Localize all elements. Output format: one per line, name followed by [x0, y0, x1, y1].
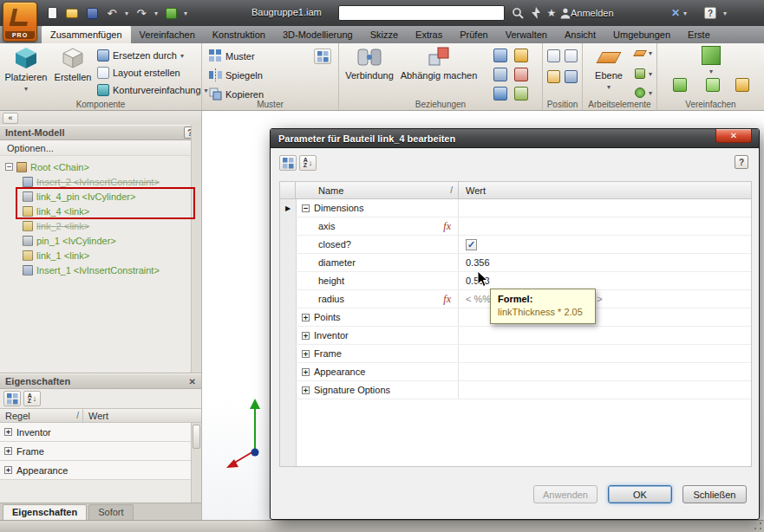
expand-group-icon[interactable]: +: [302, 386, 310, 394]
dialog-category-view-button[interactable]: [279, 155, 297, 171]
open-file-icon[interactable]: [65, 5, 79, 21]
param-row-axis[interactable]: axis fx: [280, 217, 751, 236]
search-input[interactable]: [338, 5, 505, 21]
tree-item-root[interactable]: − Root <Chain>: [5, 159, 89, 174]
tab-konstruktion[interactable]: Konstruktion: [204, 26, 274, 43]
anwenden-button[interactable]: Anwenden: [533, 485, 597, 503]
vereinfachen-tool-3-icon[interactable]: [735, 78, 749, 92]
beziehung-tool-2-icon[interactable]: [514, 49, 528, 62]
col-wert[interactable]: Wert: [83, 409, 201, 422]
ersetzen-dropdown-icon[interactable]: ▾: [180, 52, 184, 60]
group-label-vereinfachen[interactable]: Vereinfachen: [657, 100, 764, 109]
tab-ansicht[interactable]: Ansicht: [556, 26, 604, 43]
intent-panel-header[interactable]: Intent-Modell ?: [0, 125, 201, 140]
application-button[interactable]: PRO: [3, 2, 37, 42]
save-icon[interactable]: [85, 5, 99, 21]
param-row-closed[interactable]: closed? ✓: [280, 236, 751, 254]
param-group-frame[interactable]: +Frame: [280, 345, 751, 363]
tab-zusammenfuegen[interactable]: Zusammenfügen: [42, 26, 131, 43]
search-icon[interactable]: [510, 5, 526, 21]
ok-button[interactable]: OK: [608, 485, 672, 503]
collapse-node-icon[interactable]: −: [5, 163, 13, 171]
beziehung-tool-3-icon[interactable]: [493, 68, 507, 81]
redo-dropdown-icon[interactable]: ▾: [154, 10, 158, 17]
ebene-button[interactable]: Ebene ▾: [586, 46, 631, 93]
abhaengig-machen-button[interactable]: Abhängig machen: [398, 46, 480, 81]
prop-row-frame[interactable]: + Frame: [0, 442, 201, 461]
tab-extras[interactable]: Extras: [407, 26, 451, 43]
autodesk360-icon[interactable]: ✕: [668, 5, 683, 21]
scroll-thumb[interactable]: [193, 425, 200, 449]
param-row-dimensions[interactable]: ▶ − Dimensions: [280, 199, 751, 217]
arbeitsachse2-button[interactable]: ▾: [635, 68, 652, 79]
beziehung-tool-4-icon[interactable]: [514, 68, 528, 81]
tab-umgebungen[interactable]: Umgebungen: [604, 26, 679, 43]
properties-panel-header[interactable]: Eigenschaften ✕: [0, 373, 201, 389]
tab-vereinfachen[interactable]: Vereinfachen: [131, 26, 204, 43]
position-tool-4-icon[interactable]: [565, 70, 578, 83]
ebene-dropdown-icon[interactable]: ▾: [607, 82, 611, 93]
intent-options-link[interactable]: Optionen...: [0, 140, 201, 156]
expand-group-icon[interactable]: +: [302, 314, 310, 321]
dialog-title-bar[interactable]: Parameter für Bauteil link_4 bearbeiten: [271, 129, 759, 148]
beziehung-tool-5-icon[interactable]: [493, 87, 507, 101]
expand-group-icon[interactable]: +: [302, 368, 310, 376]
expand-icon[interactable]: +: [4, 447, 12, 455]
signin-link[interactable]: Anmelden: [571, 8, 614, 18]
platzieren-dropdown-icon[interactable]: ▾: [24, 84, 28, 94]
category-view-button[interactable]: [3, 391, 21, 406]
sort-az-button[interactable]: AZ↓: [23, 391, 41, 406]
exchange-apps-icon[interactable]: [529, 5, 543, 21]
tab-erste-schritte[interactable]: Erste: [679, 26, 719, 43]
verbindung-button[interactable]: Verbindung: [344, 46, 395, 81]
favorites-star-icon[interactable]: ★: [545, 5, 558, 21]
new-file-icon[interactable]: [45, 5, 59, 21]
vereinfachen-cube-button[interactable]: ▾: [692, 46, 730, 77]
prop-row-appearance[interactable]: + Appearance: [0, 461, 201, 480]
platzieren-button[interactable]: Platzieren ▾: [3, 46, 49, 94]
muster-button[interactable]: Muster: [209, 49, 255, 62]
close-panel-icon[interactable]: ✕: [189, 377, 196, 386]
tab-verwalten[interactable]: Verwalten: [497, 26, 556, 43]
dialog-close-button[interactable]: ✕: [715, 129, 752, 143]
position-tool-2-icon[interactable]: [565, 49, 578, 62]
undo-icon[interactable]: ↶: [105, 5, 119, 21]
expand-group-icon[interactable]: +: [302, 332, 310, 340]
group-label-beziehungen[interactable]: Beziehungen: [339, 100, 542, 109]
vereinfachen-tool-2-icon[interactable]: [706, 78, 720, 92]
properties-scrollbar[interactable]: [191, 423, 201, 503]
qat-customize-icon[interactable]: ▾: [184, 10, 187, 17]
param-group-signature-options[interactable]: +Signature Options: [280, 381, 751, 399]
intent-scrollbar[interactable]: [191, 125, 201, 373]
position-tool-1-icon[interactable]: [547, 49, 560, 62]
tree-item-insert1[interactable]: Insert_1 <IvInsertConstraint>: [23, 263, 160, 277]
resize-grip[interactable]: [754, 522, 762, 530]
tab-skizze[interactable]: Skizze: [362, 26, 407, 43]
param-row-height[interactable]: height 0.513: [280, 272, 751, 290]
konturvereinfachung-button[interactable]: Konturvereinfachung ▾: [97, 84, 208, 96]
help-dropdown-icon[interactable]: ▾: [723, 10, 727, 17]
vereinfachen-dropdown-icon[interactable]: ▾: [709, 67, 713, 77]
help-icon[interactable]: ?: [704, 5, 716, 21]
spiegeln-button[interactable]: Spiegeln: [209, 68, 263, 81]
tab-3d-modellierung[interactable]: 3D-Modellierung: [274, 26, 362, 43]
expand-icon[interactable]: +: [4, 428, 12, 436]
group-label-muster[interactable]: Muster: [202, 100, 338, 109]
closed-checkbox[interactable]: ✓: [466, 239, 477, 250]
redo-icon[interactable]: ↷: [134, 5, 148, 21]
diameter-value-cell[interactable]: 0.356: [459, 254, 751, 271]
param-group-inventor[interactable]: +Inventor: [280, 327, 751, 345]
height-value-cell[interactable]: 0.513: [459, 272, 751, 289]
position-tool-3-icon[interactable]: [547, 70, 560, 83]
layout-erstellen-button[interactable]: Layout erstellen: [97, 67, 180, 79]
tab-sofort[interactable]: Sofort: [88, 504, 133, 520]
col-regel[interactable]: Regel /: [0, 409, 83, 422]
expand-icon[interactable]: +: [4, 466, 12, 474]
group-label-komponente[interactable]: Komponente: [0, 100, 201, 109]
group-label-position[interactable]: Position: [543, 100, 582, 109]
group-label-arbeitselemente[interactable]: Arbeitselemente: [583, 100, 656, 109]
kopieren-button[interactable]: Kopieren: [209, 88, 264, 101]
dialog-sort-az-button[interactable]: AZ↓: [299, 155, 317, 171]
punkt-button[interactable]: ▾: [635, 88, 652, 98]
collapse-panel-icon[interactable]: «: [3, 113, 18, 124]
